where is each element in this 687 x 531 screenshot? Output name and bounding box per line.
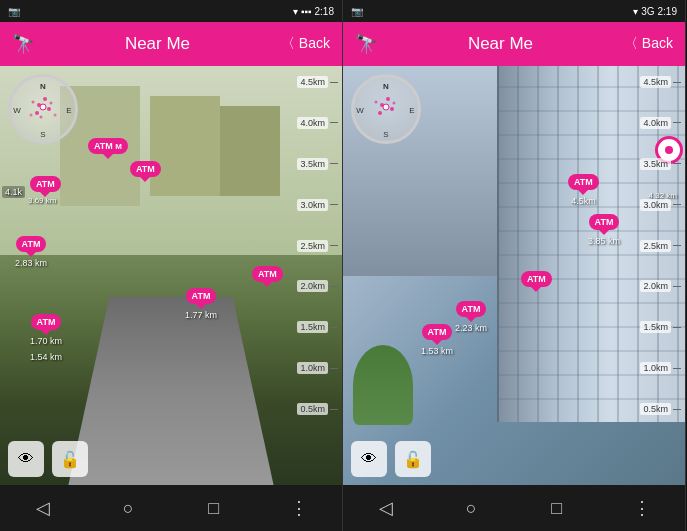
- ruler-r-mark-25: 2.5km: [625, 240, 685, 252]
- atm-dist-r1a: 4.5km: [571, 196, 596, 206]
- svg-point-20: [390, 107, 394, 111]
- building-3: [220, 106, 280, 196]
- atm-pin-6[interactable]: ATM 1.77 km: [185, 288, 217, 320]
- eye-button-right[interactable]: 👁: [351, 441, 387, 477]
- atm-bubble-3: ATM: [30, 176, 61, 192]
- atm-bubble-6: ATM: [186, 288, 217, 304]
- atm-pin-7[interactable]: ATM: [252, 266, 283, 282]
- recent-nav-right[interactable]: □: [537, 488, 577, 528]
- tree-right: [353, 345, 413, 425]
- location-icon-right: ▾: [633, 6, 638, 17]
- lock-button-right[interactable]: 🔓: [395, 441, 431, 477]
- compass-svg: N E S W: [11, 77, 75, 141]
- home-nav-right[interactable]: ○: [451, 488, 491, 528]
- time-display-right: 2:19: [658, 6, 677, 17]
- svg-text:W: W: [356, 106, 364, 115]
- ar-controls-right: 👁 🔓: [351, 441, 431, 477]
- back-button-right[interactable]: 〈 Back: [624, 35, 673, 53]
- ar-view-left: N E S W 4.1k: [0, 66, 342, 485]
- svg-text:S: S: [40, 130, 45, 139]
- distance-ruler-right: 4.5km 4.0km 3.5km 3.0km 2.5km 2.0km 1.5k…: [625, 66, 685, 425]
- right-phone-panel: 📷 ▾ 3G 2:19 🔭 Near Me 〈 Back: [343, 0, 686, 531]
- svg-point-12: [30, 114, 33, 117]
- back-nav-left[interactable]: ◁: [23, 488, 63, 528]
- ruler-r-mark-40: 4.0km: [625, 117, 685, 129]
- svg-point-6: [47, 107, 51, 111]
- ar-view-right: N E S W ATM: [343, 66, 685, 485]
- atm-bubble-1: ATM M: [88, 138, 128, 154]
- ruler-r-mark-30: 3.0km: [625, 199, 685, 211]
- svg-point-5: [43, 97, 47, 101]
- status-left-icons: 📷: [8, 6, 20, 17]
- svg-point-9: [32, 101, 35, 104]
- atm-dist-r4: 2.23 km: [455, 323, 487, 333]
- atm-pin-4[interactable]: ATM 2.83 km: [15, 236, 47, 268]
- compass-right: N E S W: [351, 74, 421, 144]
- atm-pin-r5[interactable]: ATM 1.53 km: [421, 324, 453, 356]
- atm-distance-5: 1.70 km: [30, 336, 62, 346]
- compass-circle-right: N E S W: [351, 74, 421, 144]
- distance-ruler-left: 4.5km 4.0km 3.5km 3.0km 2.5km 2.0km 1.5k…: [282, 66, 342, 425]
- camera-icon: 📷: [8, 6, 20, 17]
- back-nav-right[interactable]: ◁: [366, 488, 406, 528]
- svg-text:N: N: [383, 82, 389, 91]
- ruler-mark-40: 4.0km: [282, 117, 342, 129]
- status-right-right: ▾ 3G 2:19: [633, 6, 677, 17]
- atm-distance-6: 1.77 km: [185, 310, 217, 320]
- nav-bar-right: ◁ ○ □ ⋮: [343, 485, 685, 531]
- svg-point-19: [386, 97, 390, 101]
- ruler-r-mark-05: 0.5km: [625, 403, 685, 415]
- ar-controls-left: 👁 🔓: [8, 441, 88, 477]
- distance-369: 3.69 km: [28, 196, 56, 205]
- svg-point-21: [378, 111, 382, 115]
- ruler-r-mark-45: 4.5km: [625, 76, 685, 88]
- svg-text:E: E: [409, 106, 414, 115]
- status-left-icons-right: 📷: [351, 6, 363, 17]
- atm-pin-r4[interactable]: ATM 2.23 km: [455, 301, 487, 333]
- header-title-right: Near Me: [468, 34, 533, 54]
- ruler-r-mark-35: 3.5km: [625, 158, 685, 170]
- left-phone-panel: 📷 ▾ ▪▪▪ 2:18 🔭 Near Me 〈 Back N E: [0, 0, 343, 531]
- signal-icon: ▪▪▪: [301, 6, 312, 17]
- status-bar-left: 📷 ▾ ▪▪▪ 2:18: [0, 0, 342, 22]
- ruler-mark-05: 0.5km: [282, 403, 342, 415]
- svg-point-13: [54, 114, 57, 117]
- home-nav-left[interactable]: ○: [108, 488, 148, 528]
- building-2: [150, 96, 220, 196]
- lock-button-left[interactable]: 🔓: [52, 441, 88, 477]
- ruler-r-mark-15: 1.5km: [625, 321, 685, 333]
- atm-pin-5[interactable]: ATM 1.70 km 1.54 km: [30, 314, 62, 362]
- atm-bubble-7: ATM: [252, 266, 283, 282]
- svg-text:W: W: [13, 106, 21, 115]
- atm-bubble-r3: ATM: [521, 271, 552, 287]
- atm-bubble-r5: ATM: [422, 324, 453, 340]
- ruler-r-mark-10: 1.0km: [625, 362, 685, 374]
- atm-pin-1[interactable]: ATM M: [88, 138, 128, 154]
- svg-point-8: [40, 104, 46, 110]
- menu-nav-left[interactable]: ⋮: [279, 488, 319, 528]
- ruler-r-mark-20: 2.0km: [625, 280, 685, 292]
- camera-icon-right: 📷: [351, 6, 363, 17]
- atm-pin-r2[interactable]: ATM 3.85 km: [588, 214, 620, 246]
- svg-text:E: E: [66, 106, 71, 115]
- recent-nav-left[interactable]: □: [194, 488, 234, 528]
- binoculars-icon-right: 🔭: [355, 33, 377, 55]
- svg-point-11: [40, 116, 43, 119]
- ruler-mark-45: 4.5km: [282, 76, 342, 88]
- atm-pin-r1[interactable]: ATM 4.5km: [568, 174, 599, 206]
- eye-button-left[interactable]: 👁: [8, 441, 44, 477]
- svg-point-22: [383, 104, 389, 110]
- menu-nav-right[interactable]: ⋮: [622, 488, 662, 528]
- status-bar-right: 📷 ▾ 3G 2:19: [343, 0, 685, 22]
- svg-point-24: [393, 102, 396, 105]
- atm-pin-2[interactable]: ATM: [130, 161, 161, 177]
- compass-svg-right: N E S W: [354, 77, 418, 141]
- atm-bubble-r2: ATM: [589, 214, 620, 230]
- atm-pin-r3[interactable]: ATM: [521, 271, 552, 287]
- header-title-left: Near Me: [125, 34, 190, 54]
- atm-pin-3[interactable]: ATM: [30, 176, 61, 192]
- svg-text:N: N: [40, 82, 46, 91]
- atm-bubble-r1: ATM: [568, 174, 599, 190]
- back-button-left[interactable]: 〈 Back: [281, 35, 330, 53]
- atm-bubble-r4: ATM: [456, 301, 487, 317]
